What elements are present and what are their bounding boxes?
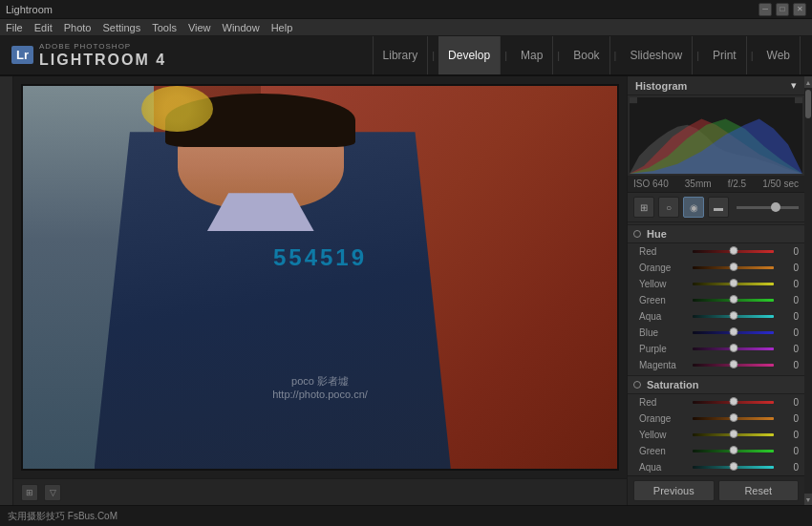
slider-track-red[interactable] bbox=[693, 401, 774, 404]
histogram-chart bbox=[630, 97, 802, 174]
slider-label-purple: Purple bbox=[639, 344, 689, 354]
slider-track-green[interactable] bbox=[693, 450, 774, 452]
maximize-button[interactable]: □ bbox=[776, 3, 789, 16]
photo-area: 554519 poco 影者墟 http://photo.poco.cn/ bbox=[13, 76, 627, 478]
slider-knob-aqua[interactable] bbox=[729, 462, 737, 471]
slider-knob-yellow[interactable] bbox=[729, 279, 737, 287]
slider-label-red: Red bbox=[639, 397, 689, 408]
scroll-up-arrow[interactable]: ▲ bbox=[804, 76, 812, 88]
hue-section-header: Hue bbox=[628, 224, 804, 243]
reset-button[interactable]: Reset bbox=[718, 480, 800, 501]
tab-develop[interactable]: Develop bbox=[438, 36, 501, 74]
slider-label-green: Green bbox=[639, 295, 689, 305]
nav-sep-2: | bbox=[502, 50, 509, 61]
slider-row-yellow: Yellow0 bbox=[628, 276, 804, 292]
slider-track-blue[interactable] bbox=[693, 331, 774, 334]
slider-track-orange[interactable] bbox=[693, 417, 774, 420]
slider-row-red: Red0 bbox=[628, 394, 804, 410]
slider-knob-purple[interactable] bbox=[729, 344, 737, 352]
slider-track-aqua[interactable] bbox=[693, 466, 774, 469]
menu-window[interactable]: Window bbox=[223, 22, 260, 33]
app-name: ADOBE PHOTOSHOP LIGHTROOM 4 bbox=[39, 43, 166, 68]
slider-value-blue: 0 bbox=[778, 327, 799, 338]
slider-row-green: Green0 bbox=[628, 443, 804, 459]
center-panel: 554519 poco 影者墟 http://photo.poco.cn/ ⊞ … bbox=[13, 76, 627, 505]
brush-tool-btn[interactable]: ▬ bbox=[708, 197, 729, 218]
slider-label-aqua: Aqua bbox=[639, 462, 689, 473]
slider-track-green[interactable] bbox=[693, 299, 774, 302]
menu-tools[interactable]: Tools bbox=[152, 22, 177, 33]
slider-knob-aqua[interactable] bbox=[729, 311, 737, 320]
photo-display: 554519 poco 影者墟 http://photo.poco.cn/ bbox=[21, 84, 619, 471]
slider-knob-magenta[interactable] bbox=[729, 360, 737, 368]
zoom-icon[interactable]: ▽ bbox=[44, 484, 61, 501]
menu-photo[interactable]: Photo bbox=[64, 22, 92, 33]
slider-track-yellow[interactable] bbox=[693, 433, 774, 436]
tab-slideshow[interactable]: Slideshow bbox=[620, 36, 693, 74]
camera-aperture: f/2.5 bbox=[728, 179, 746, 189]
svg-rect-0 bbox=[630, 97, 637, 103]
crop-tool-btn[interactable]: ○ bbox=[658, 197, 679, 218]
slider-knob-red[interactable] bbox=[729, 397, 737, 406]
nav-tabs: Library | Develop | Map | Book | Slidesh… bbox=[373, 36, 801, 74]
hue-sliders: Red0Orange0Yellow0Green0Aqua0Blue0Purple… bbox=[628, 243, 804, 373]
tab-print[interactable]: Print bbox=[703, 36, 747, 74]
slider-track-magenta[interactable] bbox=[693, 364, 774, 367]
slider-row-yellow: Yellow0 bbox=[628, 427, 804, 443]
slider-value-purple: 0 bbox=[778, 344, 799, 354]
slider-value-green: 0 bbox=[778, 446, 799, 456]
slider-label-magenta: Magenta bbox=[639, 360, 689, 370]
slider-knob-green[interactable] bbox=[729, 446, 737, 454]
tab-map[interactable]: Map bbox=[511, 36, 553, 74]
adjust-tool-btn[interactable]: ◉ bbox=[683, 197, 704, 218]
slider-value-magenta: 0 bbox=[778, 360, 799, 370]
slider-label-aqua: Aqua bbox=[639, 311, 689, 322]
menu-file[interactable]: File bbox=[6, 22, 23, 33]
slider-track-purple[interactable] bbox=[693, 347, 774, 350]
slider-knob-orange[interactable] bbox=[729, 413, 737, 422]
histogram-expand-icon[interactable]: ▾ bbox=[791, 79, 797, 92]
slider-value-red: 0 bbox=[778, 246, 799, 257]
slider-knob-green[interactable] bbox=[729, 295, 737, 304]
tab-library[interactable]: Library bbox=[373, 36, 429, 74]
title-bar: Lightroom ─ □ ✕ bbox=[0, 0, 812, 19]
slider-row-aqua: Aqua0 bbox=[628, 308, 804, 325]
window-controls[interactable]: ─ □ ✕ bbox=[759, 3, 806, 16]
hsl-panel[interactable]: Hue Red0Orange0Yellow0Green0Aqua0Blue0Pu… bbox=[628, 222, 804, 475]
nav-sep-6: | bbox=[749, 50, 756, 61]
tool-slider-knob[interactable] bbox=[771, 202, 780, 212]
tab-web[interactable]: Web bbox=[758, 36, 801, 74]
slider-knob-orange[interactable] bbox=[729, 263, 737, 271]
hue-collapse-btn[interactable] bbox=[633, 230, 641, 238]
menu-bar: File Edit Photo Settings Tools View Wind… bbox=[0, 19, 812, 36]
slider-track-orange[interactable] bbox=[693, 266, 774, 269]
slider-knob-blue[interactable] bbox=[729, 327, 737, 336]
previous-button[interactable]: Previous bbox=[633, 480, 715, 501]
slider-track-red[interactable] bbox=[693, 250, 774, 253]
tool-strip: ⊞ ○ ◉ ▬ bbox=[628, 193, 804, 222]
slider-knob-yellow[interactable] bbox=[729, 430, 737, 438]
histogram-title: Histogram bbox=[635, 80, 687, 92]
photo-container[interactable]: 554519 poco 影者墟 http://photo.poco.cn/ bbox=[21, 84, 619, 471]
slider-row-orange: Orange0 bbox=[628, 410, 804, 427]
slider-row-red: Red0 bbox=[628, 243, 804, 260]
filmstrip-icon[interactable]: ⊞ bbox=[21, 484, 38, 501]
tool-slider-track[interactable] bbox=[737, 206, 799, 209]
slider-track-aqua[interactable] bbox=[693, 315, 774, 318]
close-button[interactable]: ✕ bbox=[793, 3, 806, 16]
sat-section-title: Saturation bbox=[647, 379, 698, 390]
grid-tool-btn[interactable]: ⊞ bbox=[633, 197, 654, 218]
menu-edit[interactable]: Edit bbox=[34, 22, 53, 33]
slider-knob-red[interactable] bbox=[729, 246, 737, 255]
menu-help[interactable]: Help bbox=[271, 22, 293, 33]
scroll-thumb[interactable] bbox=[805, 90, 811, 118]
menu-view[interactable]: View bbox=[188, 22, 211, 33]
tab-book[interactable]: Book bbox=[564, 36, 609, 74]
scroll-down-arrow[interactable]: ▼ bbox=[804, 494, 812, 505]
slider-label-green: Green bbox=[639, 446, 689, 456]
menu-settings[interactable]: Settings bbox=[102, 22, 140, 33]
right-scrollbar[interactable]: ▲ ▼ bbox=[804, 76, 812, 505]
slider-track-yellow[interactable] bbox=[693, 283, 774, 285]
sat-collapse-btn[interactable] bbox=[633, 381, 641, 389]
minimize-button[interactable]: ─ bbox=[759, 3, 772, 16]
